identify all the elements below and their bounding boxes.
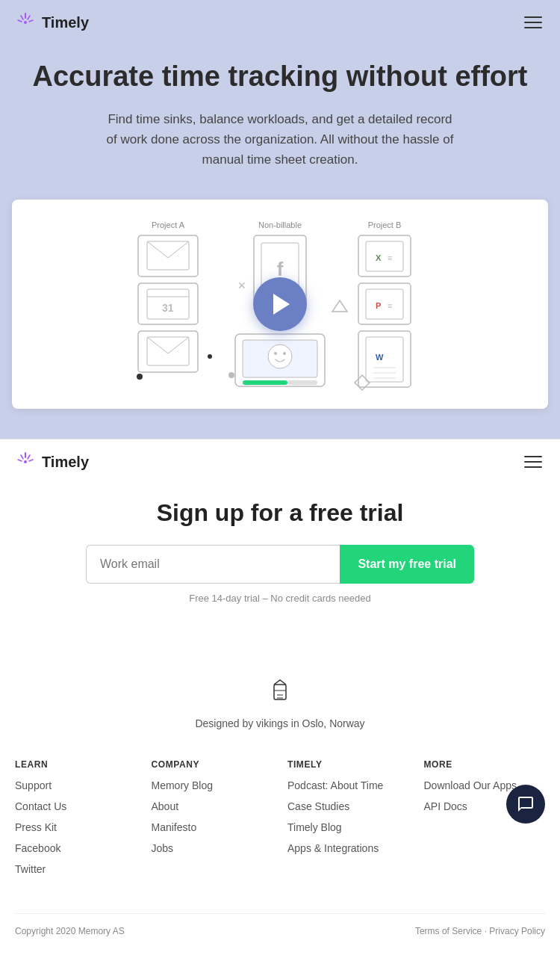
list-item: Podcast: About Time (287, 779, 409, 792)
hamburger-line-3 (524, 27, 542, 28)
svg-line-4 (18, 20, 22, 22)
svg-text:W: W (376, 353, 384, 362)
svg-line-50 (28, 455, 30, 459)
list-item: Case Studies (287, 800, 409, 813)
jobs-link[interactable]: Jobs (152, 842, 174, 854)
svg-line-2 (21, 16, 23, 19)
copyright-text: Copyright 2020 Memory AS (15, 926, 125, 936)
svg-rect-26 (243, 380, 287, 385)
facebook-link[interactable]: Facebook (15, 842, 60, 854)
about-link[interactable]: About (152, 800, 179, 812)
svg-line-52 (29, 460, 33, 461)
signup-hamburger-line-2 (524, 461, 542, 463)
list-item: Jobs (152, 841, 273, 855)
signup-hamburger-line-3 (524, 466, 542, 468)
list-item: Apps & Integrations (287, 841, 409, 855)
list-item: Timely Blog (287, 821, 409, 834)
svg-rect-27 (287, 380, 317, 385)
list-item: Support (15, 779, 137, 792)
play-triangle-icon (273, 294, 290, 315)
footer-col-timely: TIMELY Podcast: About Time Case Studies … (287, 759, 409, 883)
top-nav: Timely (0, 0, 560, 45)
privacy-link[interactable]: Privacy Policy (489, 926, 545, 936)
terms-link[interactable]: Terms of Service (415, 926, 482, 936)
hero-title: Accurate time tracking without effort (30, 60, 530, 94)
svg-line-51 (18, 460, 22, 461)
svg-line-49 (21, 455, 23, 459)
email-input[interactable] (86, 545, 340, 584)
footer-col-company-list: Memory Blog About Manifesto Jobs (152, 779, 273, 855)
video-card-wrapper: Project A Non-billable Project B 31 (0, 200, 560, 409)
signup-section: Timely Sign up for a free trial Start my… (0, 439, 560, 649)
svg-point-46 (208, 354, 212, 359)
apps-integrations-link[interactable]: Apps & Integrations (287, 842, 379, 854)
list-item: Press Kit (15, 821, 137, 834)
svg-point-28 (228, 372, 234, 378)
contact-link[interactable]: Contact Us (15, 800, 66, 812)
hamburger-menu[interactable] (521, 13, 545, 31)
svg-point-24 (274, 352, 277, 355)
manifesto-link[interactable]: Manifesto (152, 821, 197, 833)
start-trial-button[interactable]: Start my free trial (340, 545, 474, 584)
svg-point-47 (24, 460, 27, 463)
list-item: Contact Us (15, 800, 137, 813)
hero-section: Timely Accurate time tracking without ef… (0, 0, 560, 439)
signup-hamburger-menu[interactable] (521, 453, 545, 471)
footer-col-learn: LEARN Support Contact Us Press Kit Faceb… (15, 759, 137, 883)
svg-line-3 (28, 16, 30, 19)
list-item: Manifesto (152, 821, 273, 834)
hero-subtitle: Find time sinks, balance workloads, and … (101, 109, 459, 170)
twitter-link[interactable]: Twitter (15, 863, 46, 875)
svg-rect-53 (274, 685, 286, 699)
footer-col-learn-list: Support Contact Us Press Kit Facebook Tw… (15, 779, 137, 876)
timely-logo-icon (15, 12, 36, 33)
api-docs-link[interactable]: API Docs (424, 800, 467, 812)
signup-logo[interactable]: Timely (15, 451, 89, 472)
footer-bottom: Copyright 2020 Memory AS Terms of Servic… (15, 913, 545, 936)
svg-point-25 (283, 352, 286, 355)
list-item: Facebook (15, 841, 137, 855)
svg-text:✕: ✕ (237, 279, 246, 291)
svg-point-0 (24, 21, 27, 24)
chat-button[interactable] (506, 785, 545, 824)
footer-col-timely-list: Podcast: About Time Case Studies Timely … (287, 779, 409, 855)
svg-text:P: P (376, 301, 381, 310)
footer-logo-area (15, 679, 545, 705)
support-link[interactable]: Support (15, 779, 52, 791)
list-item: Memory Blog (152, 779, 273, 792)
trial-note: Free 14-day trial – No credit cards need… (15, 593, 545, 604)
list-item: Twitter (15, 862, 137, 876)
svg-text:Non-billable: Non-billable (258, 220, 302, 229)
signup-title: Sign up for a free trial (15, 499, 545, 527)
svg-point-45 (137, 374, 143, 380)
footer-col-timely-title: TIMELY (287, 759, 409, 770)
svg-text:≡: ≡ (388, 301, 392, 310)
case-studies-link[interactable]: Case Studies (287, 800, 349, 812)
podcast-link[interactable]: Podcast: About Time (287, 779, 383, 791)
play-button[interactable] (253, 277, 307, 331)
signup-hamburger-line-1 (524, 456, 542, 457)
signup-logo-icon (15, 451, 36, 472)
press-link[interactable]: Press Kit (15, 821, 57, 833)
svg-text:X: X (376, 253, 382, 262)
logo[interactable]: Timely (15, 12, 89, 33)
hamburger-line-2 (524, 22, 542, 23)
footer-col-company-title: COMPANY (152, 759, 273, 770)
footer-cols: LEARN Support Contact Us Press Kit Faceb… (15, 759, 545, 883)
svg-point-23 (268, 345, 292, 368)
svg-text:31: 31 (162, 302, 174, 314)
footer-logo-icon (267, 679, 293, 705)
svg-line-5 (29, 20, 33, 22)
timely-blog-link[interactable]: Timely Blog (287, 821, 342, 833)
memory-blog-link[interactable]: Memory Blog (152, 779, 213, 791)
footer-col-company: COMPANY Memory Blog About Manifesto Jobs (152, 759, 273, 883)
signup-nav: Timely (15, 439, 545, 484)
footer-tagline: Designed by vikings in Oslo, Norway (15, 717, 545, 729)
svg-text:≡: ≡ (388, 253, 392, 262)
footer-col-more-title: MORE (424, 759, 546, 770)
chat-icon (517, 795, 535, 813)
hero-text: Accurate time tracking without effort Fi… (0, 45, 560, 192)
download-apps-link[interactable]: Download Our Apps (424, 779, 517, 791)
svg-text:Project A: Project A (152, 220, 185, 229)
footer-col-learn-title: LEARN (15, 759, 137, 770)
